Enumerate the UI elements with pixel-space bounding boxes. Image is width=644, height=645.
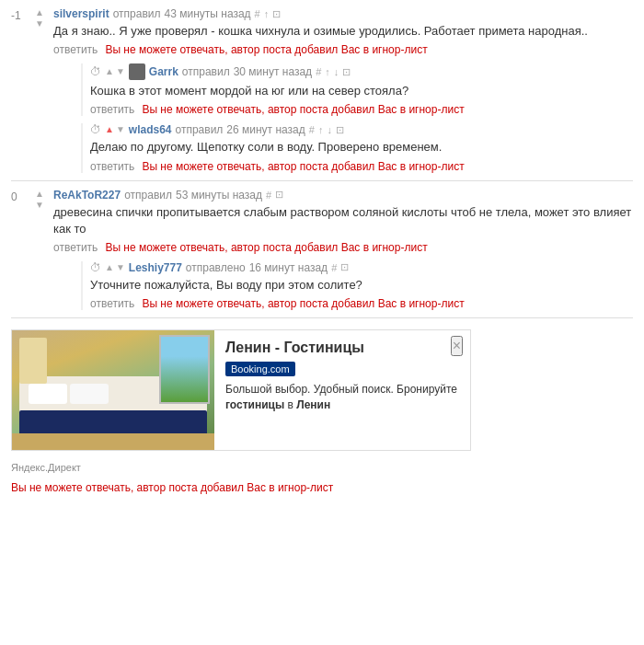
meta-icons-reaktor227: # ⊡	[266, 189, 283, 201]
vote-up-wlads64[interactable]	[105, 124, 114, 135]
copy-icon-garrk[interactable]: ⊡	[342, 66, 351, 78]
hash-icon-leshiy777[interactable]: #	[331, 262, 337, 273]
comment-silverspirit: -1 silverspirit отправил 43 минуты назад…	[11, 7, 633, 173]
clock-icon-garrk: ⏱	[90, 65, 101, 78]
ignore-garrk: Вы не можете отвечать, автор поста добав…	[142, 103, 464, 116]
time-garrk: 30 минут назад	[234, 65, 312, 78]
reply-silverspirit[interactable]: ответить	[53, 43, 98, 56]
hash-icon-garrk[interactable]: #	[316, 66, 321, 77]
time-silverspirit: 43 минуты назад	[165, 7, 251, 20]
vote-down-leshiy777[interactable]	[116, 262, 125, 273]
username-reaktor227[interactable]: ReAkToR227	[53, 189, 121, 202]
advertisement: × Ленин - Гостиницы Booking.com Большой …	[11, 329, 471, 451]
meta-icons-leshiy777: # ⊡	[331, 261, 349, 273]
username-wlads64[interactable]: wlads64	[129, 123, 172, 136]
reply-wlads64[interactable]: ответить	[90, 160, 134, 173]
vote-down-wlads64[interactable]	[116, 124, 125, 135]
username-silverspirit[interactable]: silverspirit	[53, 7, 109, 20]
meta-icons-silverspirit: # ↑ ⊡	[255, 8, 282, 20]
vote-up-reaktor227[interactable]	[35, 189, 44, 200]
meta-icons-wlads64: # ↑ ↓ ⊡	[309, 124, 344, 136]
ad-floor	[12, 433, 214, 450]
action-silverspirit: отправил	[113, 7, 161, 20]
vote-up-silverspirit[interactable]	[35, 7, 44, 18]
actions-silverspirit: ответить Вы не можете отвечать, автор по…	[53, 43, 633, 56]
ad-pillow2	[70, 384, 109, 404]
ad-pillow1	[29, 384, 67, 404]
vote-up-garrk[interactable]	[105, 66, 114, 77]
ad-close-button[interactable]: ×	[451, 336, 463, 356]
comment-meta-reaktor227: ReAkToR227 отправил 53 минуты назад # ⊡	[53, 189, 633, 202]
comment-reaktor227: 0 ReAkToR227 отправил 53 минуты назад # …	[11, 189, 633, 311]
comment-meta-leshiy777: ⏱ Leshiy777 отправлено 16 минут назад # …	[90, 261, 633, 274]
action-wlads64: отправил	[176, 123, 224, 136]
text-silverspirit: Да я знаю.. Я уже проверял - кошка чихну…	[53, 23, 633, 40]
ignore-silverspirit: Вы не можете отвечать, автор поста добав…	[105, 43, 427, 56]
hash-icon-wlads64[interactable]: #	[309, 124, 315, 135]
clock-icon-leshiy777: ⏱	[90, 261, 101, 274]
score-reaktor227: 0	[11, 189, 31, 311]
vote-up-leshiy777[interactable]	[105, 262, 114, 273]
comment-meta-wlads64: ⏱ wlads64 отправил 26 минут назад # ↑ ↓ …	[90, 123, 633, 136]
vote-col-reaktor227	[31, 189, 48, 311]
up-icon-garrk[interactable]: ↑	[325, 66, 330, 77]
down-icon-garrk[interactable]: ↓	[334, 66, 339, 77]
meta-icons-garrk: # ↑ ↓ ⊡	[316, 66, 351, 78]
ad-blanket	[19, 410, 207, 436]
reply-leshiy777[interactable]: ответить	[90, 297, 134, 310]
username-garrk[interactable]: Garrk	[149, 65, 178, 78]
vote-col-silverspirit	[31, 7, 48, 173]
bottom-ignore-text: Вы не можете отвечать, автор поста добав…	[11, 481, 333, 494]
bookmark-icon-silverspirit[interactable]: ⊡	[272, 8, 281, 20]
text-leshiy777: Уточните пожалуйста, Вы воду при этом со…	[90, 277, 633, 294]
copy-icon-leshiy777[interactable]: ⊡	[340, 261, 349, 273]
actions-reaktor227: ответить Вы не можете отвечать, автор по…	[53, 241, 633, 254]
time-leshiy777: 16 минут назад	[249, 261, 328, 274]
reply-icon-silverspirit[interactable]: ↑	[264, 8, 270, 19]
ad-info: Ленин - Гостиницы Booking.com Большой вы…	[214, 330, 470, 450]
action-garrk: отправил	[182, 65, 230, 78]
text-reaktor227: древесина спички пропитывается слабым ра…	[53, 204, 633, 237]
comment-meta-silverspirit: silverspirit отправил 43 минуты назад # …	[53, 7, 633, 20]
up-icon-wlads64[interactable]: ↑	[318, 124, 324, 135]
time-reaktor227: 53 минуты назад	[176, 189, 262, 202]
vote-down-garrk[interactable]	[116, 66, 125, 77]
username-leshiy777[interactable]: Leshiy777	[129, 261, 182, 274]
text-wlads64: Делаю по другому. Щепотку соли в воду. П…	[90, 139, 633, 155]
ignore-leshiy777: Вы не можете отвечать, автор поста добав…	[142, 297, 464, 310]
avatar-garrk	[129, 63, 145, 80]
ad-furniture	[19, 338, 47, 384]
vote-down-silverspirit[interactable]	[35, 18, 44, 29]
copy-icon-reaktor227[interactable]: ⊡	[275, 189, 283, 201]
ad-badge: Booking.com	[225, 362, 295, 376]
nested-leshiy777: ⏱ Leshiy777 отправлено 16 минут назад # …	[81, 261, 633, 310]
reply-garrk[interactable]: ответить	[90, 103, 134, 116]
hash-icon-reaktor227[interactable]: #	[266, 190, 271, 201]
bottom-ignore-notice: Вы не можете отвечать, автор поста добав…	[11, 480, 633, 494]
score-silverspirit: -1	[11, 7, 31, 173]
ad-bold: гостиницы	[225, 398, 284, 411]
ad-description: Большой выбор. Удобный поиск. Бронируйте…	[225, 382, 459, 413]
ignore-reaktor227: Вы не можете отвечать, автор поста добав…	[105, 241, 427, 254]
down-icon-wlads64[interactable]: ↓	[327, 124, 332, 135]
hash-icon-silverspirit[interactable]: #	[255, 8, 260, 19]
ad-image	[12, 330, 214, 450]
vote-down-reaktor227[interactable]	[35, 200, 44, 211]
time-wlads64: 26 минут назад	[226, 123, 305, 136]
ad-title: Ленин - Гостиницы	[225, 340, 459, 356]
actions-garrk: ответить Вы не можете отвечать, автор по…	[90, 103, 633, 116]
copy-icon-wlads64[interactable]: ⊡	[336, 124, 344, 136]
nested-garrk: ⏱ Garrk отправил 30 минут назад # ↑ ↓ ⊡	[81, 63, 633, 116]
ad-city: Ленин	[296, 398, 330, 411]
yandex-direct-label: Яндекс.Директ	[11, 462, 633, 473]
reply-reaktor227[interactable]: ответить	[53, 241, 98, 254]
divider-1	[11, 180, 633, 181]
clock-icon-wlads64: ⏱	[90, 123, 101, 136]
text-garrk: Кошка в этот момент мордой на юг или на …	[90, 83, 633, 99]
actions-wlads64: ответить Вы не можете отвечать, автор по…	[90, 160, 633, 173]
action-leshiy777: отправлено	[186, 261, 246, 274]
comment-content-reaktor227: ReAkToR227 отправил 53 минуты назад # ⊡ …	[48, 189, 633, 311]
divider-2	[11, 317, 633, 318]
ignore-wlads64: Вы не можете отвечать, автор поста добав…	[142, 160, 464, 173]
nested-wlads64: ⏱ wlads64 отправил 26 минут назад # ↑ ↓ …	[81, 123, 633, 172]
